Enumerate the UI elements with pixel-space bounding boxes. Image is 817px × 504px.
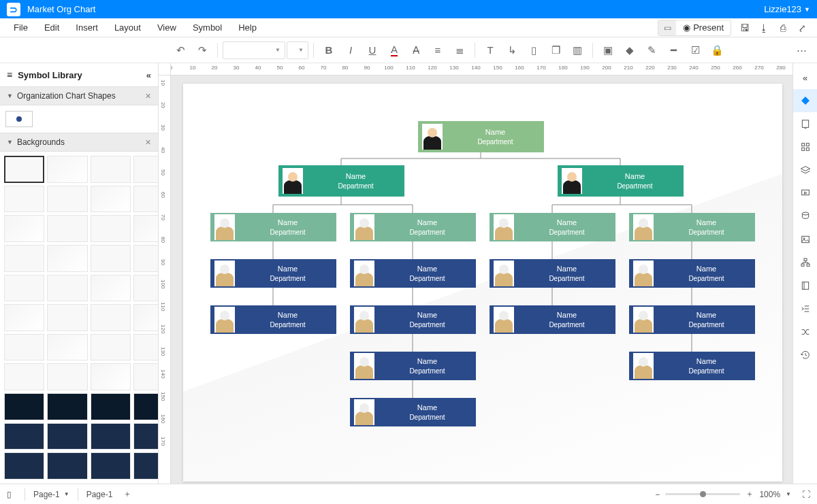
bg-thumb[interactable]	[91, 393, 131, 420]
bg-thumb[interactable]	[91, 423, 131, 450]
org-shape-thumb[interactable]	[5, 111, 33, 127]
align-h-button[interactable]: ≡	[428, 41, 448, 60]
menu-file[interactable]: File	[5, 22, 36, 33]
bold-button[interactable]: B	[319, 41, 339, 60]
bg-thumb[interactable]	[4, 186, 44, 213]
line-style-button[interactable]: ━	[663, 41, 684, 60]
bg-thumb[interactable]	[133, 275, 158, 302]
bg-thumb[interactable]	[47, 393, 87, 420]
bg-thumb[interactable]	[133, 215, 158, 242]
bg-thumb[interactable]	[133, 245, 158, 272]
save-icon[interactable]: 🖫	[735, 20, 754, 35]
org-node[interactable]: NameDepartment	[350, 305, 476, 334]
outline-view-icon[interactable]: ▯	[7, 490, 22, 499]
print-icon[interactable]: ⎙	[773, 20, 792, 35]
org-node[interactable]: NameDepartment	[350, 213, 476, 241]
page-tab[interactable]: Page-1	[81, 490, 118, 499]
expand-panel-icon[interactable]: «	[793, 66, 818, 89]
org-node[interactable]: NameDepartment	[558, 165, 684, 197]
bg-thumb[interactable]	[47, 363, 87, 390]
bg-thumb[interactable]	[47, 275, 87, 302]
bg-thumb[interactable]	[133, 156, 158, 183]
section-org-shapes[interactable]: ▼ Organization Chart Shapes ✕	[0, 86, 158, 105]
line-color-button[interactable]: ✎	[641, 41, 662, 60]
bg-thumb[interactable]	[91, 186, 131, 213]
org-node[interactable]: NameDepartment	[629, 213, 755, 241]
text-tool[interactable]: T	[480, 41, 500, 60]
add-page-button[interactable]: ＋	[118, 488, 137, 500]
group-button[interactable]: ❐	[545, 41, 566, 60]
org-node[interactable]: NameDepartment	[278, 165, 404, 197]
align-objects-button[interactable]: ▯	[524, 41, 544, 60]
present-mode-icon[interactable]: ▭	[658, 20, 676, 35]
bg-thumb[interactable]	[4, 452, 44, 480]
bg-thumb-blank[interactable]	[4, 156, 44, 183]
undo-button[interactable]: ↶	[170, 41, 191, 60]
redo-button[interactable]: ↷	[192, 41, 212, 60]
check-button[interactable]: ☑	[685, 41, 705, 60]
section-backgrounds[interactable]: ▼ Backgrounds ✕	[0, 133, 158, 152]
canvas[interactable]: NameDepartmentNameDepartmentNameDepartme…	[171, 75, 792, 484]
org-node[interactable]: NameDepartment	[629, 352, 755, 380]
bg-thumb[interactable]	[4, 393, 44, 420]
slides-tool[interactable]	[793, 182, 818, 205]
shuffle-tool[interactable]	[793, 320, 818, 343]
orgchart-tool[interactable]	[793, 251, 818, 274]
indent-tool[interactable]	[793, 297, 818, 320]
grid-tool[interactable]	[793, 135, 818, 158]
fill-button[interactable]: ◆	[620, 41, 640, 60]
bg-thumb[interactable]	[4, 215, 44, 242]
bg-thumb[interactable]	[4, 363, 44, 390]
align-v-button[interactable]: ≣	[449, 41, 470, 60]
bg-thumb[interactable]	[133, 334, 158, 361]
org-node[interactable]: NameDepartment	[350, 259, 476, 288]
menu-insert[interactable]: Insert	[67, 22, 106, 33]
bg-thumb[interactable]	[91, 452, 131, 480]
menu-symbol[interactable]: Symbol	[185, 22, 230, 33]
close-section-icon[interactable]: ✕	[145, 138, 151, 147]
bg-thumb[interactable]	[133, 304, 158, 331]
fullscreen-icon[interactable]: ⛶	[802, 490, 810, 499]
bg-thumb[interactable]	[91, 156, 131, 183]
clipart-tool[interactable]	[793, 274, 818, 297]
bg-thumb[interactable]	[91, 304, 131, 331]
image-tool[interactable]	[793, 228, 818, 251]
bg-thumb[interactable]	[47, 304, 87, 331]
share-icon[interactable]: ⤤	[792, 20, 812, 35]
org-node[interactable]: NameDepartment	[418, 121, 544, 152]
close-section-icon[interactable]: ✕	[145, 92, 151, 101]
bg-thumb[interactable]	[133, 452, 158, 480]
bg-thumb[interactable]	[91, 215, 131, 242]
bg-thumb[interactable]	[4, 245, 44, 272]
distribute-button[interactable]: ▥	[567, 41, 588, 60]
org-node[interactable]: NameDepartment	[490, 259, 615, 288]
zoom-in-button[interactable]: ＋	[746, 488, 754, 500]
bg-thumb[interactable]	[133, 393, 158, 420]
bg-thumb[interactable]	[133, 423, 158, 450]
bg-thumb[interactable]	[91, 334, 131, 361]
bg-thumb[interactable]	[47, 215, 87, 242]
page-tool[interactable]	[793, 112, 818, 135]
bg-thumb[interactable]	[47, 156, 87, 183]
italic-button[interactable]: I	[340, 41, 361, 60]
present-button[interactable]: ◉ Present	[676, 22, 731, 33]
page-dropdown[interactable]: Page-1 ▼	[28, 490, 75, 499]
theme-tool[interactable]	[793, 89, 818, 112]
collapse-panel-icon[interactable]: «	[146, 70, 151, 80]
bg-thumb[interactable]	[4, 304, 44, 331]
org-node[interactable]: NameDepartment	[629, 259, 755, 288]
bg-thumb[interactable]	[133, 186, 158, 213]
font-size-select[interactable]: ▼	[287, 41, 308, 59]
menu-edit[interactable]: Edit	[36, 22, 67, 33]
bg-thumb[interactable]	[133, 363, 158, 390]
menu-view[interactable]: View	[149, 22, 185, 33]
lock-button[interactable]: 🔒	[707, 41, 727, 60]
zoom-out-button[interactable]: −	[655, 490, 660, 499]
history-tool[interactable]	[793, 343, 818, 367]
bg-thumb[interactable]	[4, 423, 44, 450]
org-node[interactable]: NameDepartment	[629, 305, 755, 334]
org-node[interactable]: NameDepartment	[210, 259, 336, 288]
bg-thumb[interactable]	[47, 245, 87, 272]
image-button[interactable]: ▣	[598, 41, 618, 60]
bg-thumb[interactable]	[4, 275, 44, 302]
